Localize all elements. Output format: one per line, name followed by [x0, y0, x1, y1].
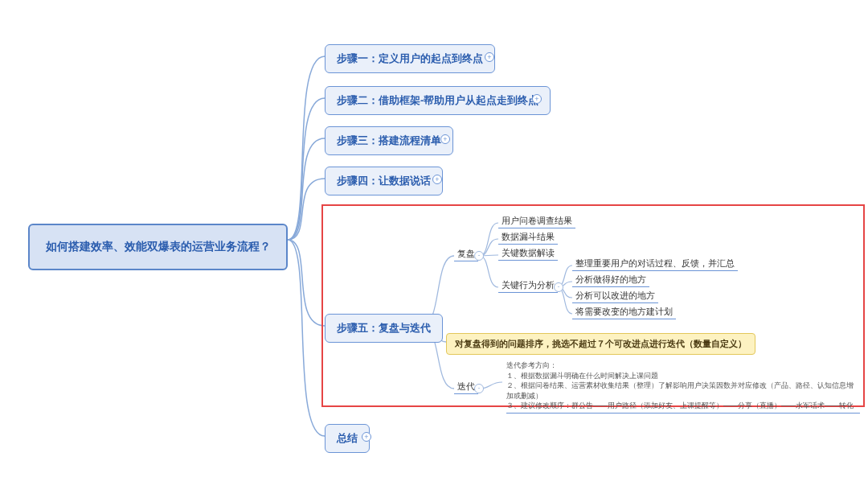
diedai-line2: ２、根据问卷结果、运营素材收集结果（整理）了解影响用户决策因数并对应修改（产品、… [506, 381, 860, 401]
root-label: 如何搭建效率、效能双爆表的运营业务流程？ [46, 240, 271, 254]
expand-icon[interactable]: + [532, 94, 542, 104]
step1-label: 步骤一：定义用户的起点到终点 [337, 51, 483, 66]
step1-node[interactable]: 步骤一：定义用户的起点到终点 [325, 44, 495, 73]
a4-child-b3[interactable]: 分析可以改进的地方 [572, 290, 658, 303]
expand-icon[interactable]: + [440, 134, 450, 144]
diedai-title: 迭代参考方向： [506, 360, 860, 371]
step3-node[interactable]: 步骤三：搭建流程清单 [325, 126, 453, 155]
step2-label: 步骤二：借助框架-帮助用户从起点走到终点 [337, 93, 538, 108]
expand-icon[interactable]: + [485, 52, 494, 62]
a4-child-b4[interactable]: 将需要改变的地方建计划 [572, 306, 676, 319]
expand-icon[interactable]: + [362, 432, 371, 442]
diedai-line1: １、根据数据漏斗明确在什么时间解决上课问题 [506, 371, 860, 381]
diedai-line3: ３、建议修改顺序：群公告——用户路径（添加好友、上课提醒等）——分享（直播）——… [506, 401, 860, 411]
expand-icon[interactable]: + [432, 175, 442, 184]
diedai-textblock: 迭代参考方向： １、根据数据漏斗明确在什么时间解决上课问题 ２、根据问卷结果、运… [506, 360, 860, 414]
collapse-icon[interactable]: - [554, 282, 563, 292]
fupan-child-a3[interactable]: 关键数据解读 [498, 247, 558, 261]
a4-child-b1[interactable]: 整理重要用户的对话过程、反馈，并汇总 [572, 257, 738, 271]
step3-label: 步骤三：搭建流程清单 [337, 134, 441, 148]
summary-label: 总结 [337, 431, 358, 446]
fupan-child-a2[interactable]: 数据漏斗结果 [498, 231, 558, 245]
a4-child-b2[interactable]: 分析做得好的地方 [572, 274, 649, 287]
step4-node[interactable]: 步骤四：让数据说话 [325, 167, 443, 195]
step2-node[interactable]: 步骤二：借助框架-帮助用户从起点走到终点 [325, 86, 551, 115]
highlight-callout[interactable]: 对复盘得到的问题排序，挑选不超过７个可改进点进行迭代（数量自定义） [446, 333, 755, 355]
root-node[interactable]: 如何搭建效率、效能双爆表的运营业务流程？ [28, 224, 288, 270]
collapse-icon[interactable]: - [474, 384, 484, 393]
fupan-child-a4[interactable]: 关键行为分析 [498, 279, 558, 293]
step4-label: 步骤四：让数据说话 [337, 174, 431, 188]
collapse-icon[interactable]: - [474, 251, 484, 261]
fupan-child-a1[interactable]: 用户问卷调查结果 [498, 215, 575, 228]
